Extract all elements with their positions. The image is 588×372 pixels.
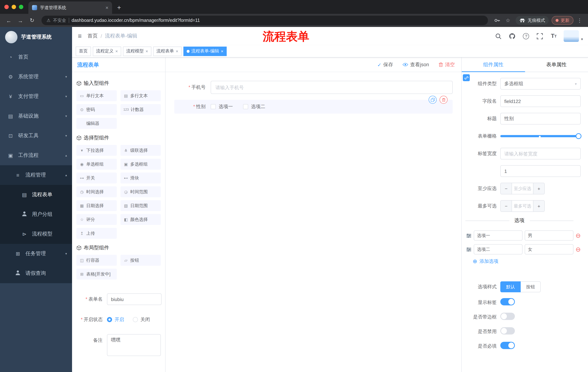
tag-process-form-edit[interactable]: 流程表单-编辑 × bbox=[183, 46, 227, 56]
sidebar-item-home[interactable]: ◔ 首页 bbox=[0, 47, 72, 67]
max-checked-input[interactable] bbox=[512, 201, 533, 212]
label-width-input[interactable] bbox=[500, 148, 581, 159]
status-off-radio[interactable]: 关闭 bbox=[133, 316, 150, 323]
tag-process-model[interactable]: 流程模型 × bbox=[123, 46, 151, 56]
canvas-field-phone[interactable]: 手机号 bbox=[174, 81, 453, 94]
security-label[interactable]: 不安全 bbox=[53, 17, 66, 23]
sidebar-item-workflow[interactable]: ▣ 工作流程 ▴ bbox=[0, 146, 72, 165]
remove-option-icon[interactable]: ⊖ bbox=[576, 233, 581, 239]
link-icon[interactable] bbox=[463, 74, 470, 81]
component-chip-text-input[interactable]: ▭单行文本 bbox=[76, 90, 117, 101]
copy-field-button[interactable] bbox=[429, 96, 437, 104]
component-chip-button[interactable]: ▱按钮 bbox=[120, 255, 161, 266]
new-tab-button[interactable]: + bbox=[112, 4, 126, 14]
tag-close-icon[interactable]: × bbox=[176, 49, 178, 54]
reload-icon[interactable]: ↻ bbox=[27, 17, 37, 24]
plus-button[interactable]: + bbox=[533, 201, 544, 212]
forward-icon[interactable]: → bbox=[15, 17, 25, 23]
style-default-button[interactable]: 默认 bbox=[500, 281, 521, 292]
gender-option-1-checkbox[interactable]: 选项一 bbox=[211, 103, 233, 110]
bookmark-star-icon[interactable]: ☆ bbox=[503, 18, 513, 23]
component-chip-time-picker[interactable]: ◷时间选择 bbox=[76, 186, 117, 197]
minimize-window-button[interactable] bbox=[12, 5, 16, 9]
sidebar-item-infrastructure[interactable]: ▤ 基础设施 ▾ bbox=[0, 106, 72, 126]
component-chip-checkbox-group[interactable]: ▣多选框组 bbox=[120, 159, 161, 170]
fullscreen-icon[interactable] bbox=[536, 32, 544, 40]
component-chip-date-range[interactable]: ▧日期范围 bbox=[120, 200, 161, 211]
style-button-button[interactable]: 按钮 bbox=[521, 281, 541, 292]
tag-close-icon[interactable]: × bbox=[146, 49, 148, 54]
slider-handle[interactable] bbox=[576, 133, 581, 139]
component-chip-color-picker[interactable]: ◧颜色选择 bbox=[120, 214, 161, 225]
tag-process-form[interactable]: 流程表单 × bbox=[153, 46, 182, 56]
option-value-input[interactable] bbox=[525, 244, 573, 255]
sidebar-item-system[interactable]: ⚙ 系统管理 ▾ bbox=[0, 67, 72, 87]
option-label-input[interactable] bbox=[474, 244, 523, 255]
add-option-button[interactable]: ⊕ 添加选项 bbox=[473, 258, 581, 265]
required-switch[interactable] bbox=[500, 342, 515, 349]
tag-home[interactable]: 首页 bbox=[76, 46, 91, 56]
avatar[interactable] bbox=[564, 30, 579, 42]
form-remark-textarea[interactable]: 嘿嘿 bbox=[107, 334, 161, 356]
avatar-caret-icon[interactable]: ▾ bbox=[581, 37, 583, 41]
minus-button[interactable]: − bbox=[501, 183, 512, 194]
component-chip-cascader[interactable]: ⋔级联选择 bbox=[120, 145, 161, 156]
component-chip-upload[interactable]: ↥上传 bbox=[76, 228, 117, 239]
status-on-radio[interactable]: 开启 bbox=[107, 316, 124, 323]
phone-input[interactable] bbox=[211, 81, 453, 94]
tag-close-icon[interactable]: × bbox=[221, 49, 223, 54]
tab-close-icon[interactable]: × bbox=[105, 5, 108, 11]
save-button[interactable]: ✓ 保存 bbox=[377, 61, 393, 68]
component-type-select[interactable]: 多选框组 ▾ bbox=[500, 78, 581, 90]
default-value-input[interactable] bbox=[500, 165, 581, 177]
view-json-button[interactable]: 查看json bbox=[402, 61, 429, 68]
component-chip-table[interactable]: ⊞表格[开发中] bbox=[76, 269, 117, 279]
chrome-update-button[interactable]: 更新 bbox=[552, 16, 573, 25]
gender-option-2-checkbox[interactable]: 选项二 bbox=[243, 103, 265, 110]
remove-option-icon[interactable]: ⊖ bbox=[576, 246, 581, 252]
component-chip-switch[interactable]: ⊶开关 bbox=[76, 172, 117, 183]
url-text[interactable]: dashboard.yudao.iocoder.cn/bpm/manager/f… bbox=[72, 18, 200, 23]
drag-handle-icon[interactable] bbox=[466, 247, 472, 252]
component-chip-date-picker[interactable]: ▦日期选择 bbox=[76, 200, 117, 211]
help-icon[interactable]: ? bbox=[522, 32, 530, 40]
title-input[interactable] bbox=[500, 113, 581, 125]
tab-component-props[interactable]: 组件属性 bbox=[462, 57, 525, 72]
border-switch[interactable] bbox=[500, 313, 515, 320]
disabled-switch[interactable] bbox=[500, 327, 515, 335]
sidebar-item-process-management[interactable]: ≡ 流程管理 ▴ bbox=[0, 165, 72, 185]
search-icon[interactable] bbox=[494, 32, 503, 40]
sidebar-item-process-form[interactable]: ▤ 流程表单 bbox=[0, 185, 72, 205]
browser-tab[interactable]: 芋道管理系统 × bbox=[28, 1, 112, 14]
component-chip-counter[interactable]: 123计数器 bbox=[120, 104, 161, 115]
component-chip-rate[interactable]: ☆评分 bbox=[76, 214, 117, 225]
component-chip-select[interactable]: ▾下拉选择 bbox=[76, 145, 117, 156]
password-key-icon[interactable] bbox=[492, 18, 502, 23]
close-window-button[interactable] bbox=[4, 5, 9, 9]
plus-button[interactable]: + bbox=[533, 183, 544, 194]
grid-slider[interactable] bbox=[500, 130, 581, 142]
address-bar[interactable]: ⚠ 不安全 dashboard.yudao.iocoder.cn/bpm/man… bbox=[42, 16, 488, 25]
tag-process-definition[interactable]: 流程定义 × bbox=[93, 46, 121, 56]
component-chip-row-container[interactable]: ◫行容器 bbox=[76, 255, 117, 266]
show-label-switch[interactable] bbox=[500, 298, 515, 305]
sidebar-item-process-model[interactable]: ⊳ 流程模型 bbox=[0, 224, 72, 244]
hamburger-icon[interactable]: ≡ bbox=[72, 32, 87, 40]
sidebar-item-user-group[interactable]: 用户分组 bbox=[0, 205, 72, 224]
form-name-input[interactable] bbox=[107, 293, 162, 305]
sidebar-item-payment[interactable]: ¥ 支付管理 ▾ bbox=[0, 87, 72, 106]
component-chip-slider[interactable]: ⊷滑块 bbox=[120, 172, 161, 183]
breadcrumb-home[interactable]: 首页 bbox=[87, 33, 98, 39]
sidebar-item-task-management[interactable]: ⊞ 任务管理 ▾ bbox=[0, 244, 72, 264]
delete-field-button[interactable] bbox=[440, 96, 448, 104]
field-name-input[interactable] bbox=[500, 95, 581, 107]
option-value-input[interactable] bbox=[525, 230, 573, 241]
sidebar-item-devtools[interactable]: ⊡ 研发工具 ▾ bbox=[0, 126, 72, 146]
component-chip-editor[interactable]: 编辑器 bbox=[76, 118, 117, 129]
component-chip-time-range[interactable]: ◶时间范围 bbox=[120, 186, 161, 197]
back-icon[interactable]: ← bbox=[4, 17, 14, 23]
drag-handle-icon[interactable] bbox=[466, 233, 472, 238]
zoom-window-button[interactable] bbox=[19, 5, 23, 9]
clear-button[interactable]: 清空 bbox=[439, 61, 455, 68]
browser-menu-icon[interactable]: ⋮ bbox=[575, 18, 584, 23]
